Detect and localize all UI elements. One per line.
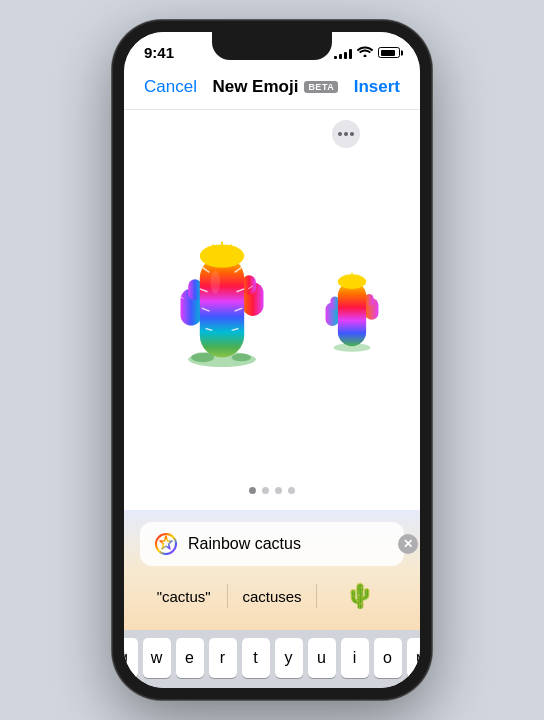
wifi-icon	[357, 45, 373, 60]
emoji-options-button[interactable]	[332, 120, 360, 148]
notch	[212, 32, 332, 60]
search-input-container: ✕	[140, 522, 404, 566]
svg-rect-27	[365, 293, 374, 305]
clear-input-button[interactable]: ✕	[398, 534, 418, 554]
ai-magic-icon	[154, 532, 178, 556]
emoji-carousel	[124, 110, 420, 487]
key-w[interactable]: w	[143, 638, 171, 678]
pagination-dots	[249, 487, 295, 494]
nav-title-container: New Emoji BETA	[212, 77, 338, 97]
phone-screen: 9:41	[124, 32, 420, 688]
secondary-emoji[interactable]	[307, 264, 397, 354]
emoji-search-input[interactable]	[188, 535, 388, 553]
svg-rect-28	[338, 281, 366, 346]
main-emoji[interactable]	[147, 224, 297, 374]
beta-badge: BETA	[304, 81, 338, 93]
page-dot-1[interactable]	[249, 487, 256, 494]
svg-rect-6	[242, 275, 256, 294]
signal-icon	[334, 47, 352, 59]
key-q[interactable]: q	[124, 638, 138, 678]
cancel-button[interactable]: Cancel	[144, 77, 197, 97]
battery-icon	[378, 47, 400, 58]
keyboard-row-1: q w e r t y u i o p	[128, 638, 416, 678]
status-icons	[334, 45, 400, 60]
insert-button[interactable]: Insert	[354, 77, 400, 97]
cactus-emoji-suggestion: 🌵	[345, 582, 375, 610]
autocomplete-item-cactuses[interactable]: cactuses	[228, 580, 315, 613]
svg-rect-7	[200, 256, 244, 357]
keyboard: q w e r t y u i o p	[124, 630, 420, 688]
nav-bar: Cancel New Emoji BETA Insert	[124, 67, 420, 110]
key-y[interactable]: y	[275, 638, 303, 678]
autocomplete-item-emoji[interactable]: 🌵	[317, 574, 404, 618]
clear-x-icon: ✕	[403, 538, 413, 550]
input-area: ✕ "cactus" cactuses 🌵	[124, 510, 420, 630]
svg-point-22	[210, 270, 220, 293]
autocomplete-row: "cactus" cactuses 🌵	[140, 574, 404, 618]
key-e[interactable]: e	[176, 638, 204, 678]
key-u[interactable]: u	[308, 638, 336, 678]
key-p[interactable]: p	[407, 638, 421, 678]
page-title: New Emoji	[212, 77, 298, 97]
page-dot-4[interactable]	[288, 487, 295, 494]
key-t[interactable]: t	[242, 638, 270, 678]
status-time: 9:41	[144, 44, 174, 61]
svg-rect-25	[330, 296, 339, 310]
key-i[interactable]: i	[341, 638, 369, 678]
status-bar: 9:41	[124, 32, 420, 67]
page-dot-3[interactable]	[275, 487, 282, 494]
page-dot-2[interactable]	[262, 487, 269, 494]
svg-rect-4	[188, 279, 202, 300]
key-r[interactable]: r	[209, 638, 237, 678]
phone-frame: 9:41	[112, 20, 432, 700]
key-o[interactable]: o	[374, 638, 402, 678]
emoji-display-area	[124, 110, 420, 510]
svg-point-2	[232, 353, 251, 361]
autocomplete-item-cactus[interactable]: "cactus"	[140, 580, 227, 613]
